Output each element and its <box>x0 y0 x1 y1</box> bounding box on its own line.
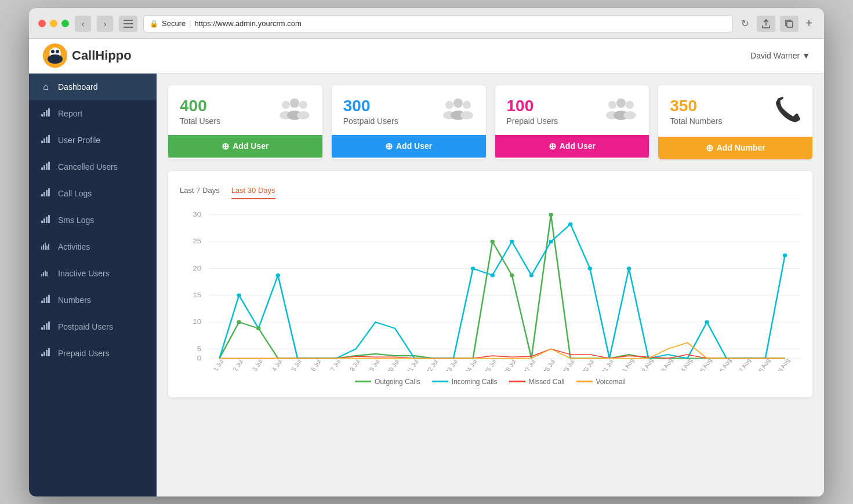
svg-rect-13 <box>41 141 43 143</box>
svg-point-7 <box>56 50 59 53</box>
add-user-total-button[interactable]: ⊕ Add User <box>168 135 322 158</box>
svg-point-56 <box>445 101 453 109</box>
svg-rect-45 <box>48 322 50 330</box>
sidebar-item-report[interactable]: Report <box>29 100 157 127</box>
legend-voicemail: Voicemail <box>576 378 626 386</box>
duplicate-button[interactable] <box>780 16 798 32</box>
numbers-icon <box>41 295 51 305</box>
svg-rect-47 <box>43 352 45 356</box>
main-content: 400 Total Users <box>157 74 824 496</box>
close-button[interactable] <box>38 20 46 27</box>
tab-30days[interactable]: Last 30 Days <box>231 182 275 199</box>
card-info-postpaid: 300 Postpaid Users <box>343 97 398 126</box>
svg-text:06 Aug: 06 Aug <box>717 357 733 371</box>
svg-rect-25 <box>41 221 43 223</box>
cards-row: 400 Total Users <box>168 85 812 159</box>
svg-point-126 <box>627 266 631 270</box>
forward-button[interactable]: › <box>97 16 113 32</box>
svg-text:02 Aug: 02 Aug <box>638 357 655 371</box>
app-header: CallHippo David Warner ▼ <box>29 39 824 74</box>
sidebar-label-sms-logs: Sms Logs <box>58 216 94 225</box>
svg-point-113 <box>256 326 260 330</box>
svg-point-61 <box>460 111 473 119</box>
sidebar-item-inactive-users[interactable]: Inactive Users <box>29 260 157 287</box>
svg-point-52 <box>299 101 307 109</box>
inactive-users-icon <box>41 268 51 279</box>
svg-rect-28 <box>48 215 50 223</box>
svg-text:29 Jul: 29 Jul <box>561 359 576 371</box>
prepaid-users-icon <box>605 97 637 125</box>
svg-rect-1 <box>124 23 133 24</box>
share-button[interactable] <box>757 16 775 32</box>
report-icon <box>41 108 51 119</box>
browser-chrome: ‹ › 🔒 Secure | https://www.admin.yourcrm… <box>29 8 824 39</box>
svg-point-116 <box>549 213 553 216</box>
svg-rect-27 <box>46 217 48 223</box>
svg-rect-49 <box>48 348 50 356</box>
chart-tabs: Last 7 Days Last 30 Days <box>180 182 801 199</box>
sidebar-toggle-button[interactable] <box>119 16 137 32</box>
sms-logs-icon <box>41 215 51 225</box>
svg-rect-19 <box>46 163 48 170</box>
sidebar-item-numbers[interactable]: Numbers <box>29 287 157 313</box>
svg-point-55 <box>297 111 310 119</box>
svg-rect-44 <box>46 323 48 330</box>
svg-rect-3 <box>787 21 793 27</box>
sidebar-item-call-logs[interactable]: Call Logs <box>29 180 157 207</box>
sidebar-item-activities[interactable]: Activities <box>29 233 157 260</box>
svg-point-117 <box>237 293 241 297</box>
sidebar-item-user-profile[interactable]: User Profile <box>29 127 157 154</box>
svg-text:15 Jul: 15 Jul <box>288 359 303 371</box>
svg-text:22 Jul: 22 Jul <box>425 359 440 371</box>
svg-rect-48 <box>46 350 48 356</box>
secure-label: Secure <box>162 19 186 28</box>
card-total-users: 400 Total Users <box>168 85 322 159</box>
add-user-postpaid-label: Add User <box>396 141 432 151</box>
svg-text:30 Jul: 30 Jul <box>581 359 596 371</box>
maximize-button[interactable] <box>61 20 69 27</box>
svg-text:13 Jul: 13 Jul <box>249 359 264 371</box>
svg-rect-41 <box>48 295 50 303</box>
svg-rect-38 <box>41 301 43 303</box>
tab-7days[interactable]: Last 7 Days <box>180 182 220 199</box>
sidebar-item-postpaid-users[interactable]: Postpaid Users <box>29 313 157 340</box>
user-menu[interactable]: David Warner ▼ <box>750 51 810 60</box>
logo-text: CallHippo <box>72 48 132 63</box>
svg-text:04 Aug: 04 Aug <box>677 357 694 371</box>
traffic-lights <box>38 20 69 27</box>
legend-voicemail-color <box>576 381 593 382</box>
svg-point-123 <box>549 239 553 243</box>
sidebar-item-dashboard[interactable]: ⌂ Dashboard <box>29 74 157 100</box>
add-user-postpaid-button[interactable]: ⊕ Add User <box>332 135 486 158</box>
sidebar-item-cancelled-users[interactable]: Cancelled Users <box>29 154 157 180</box>
sidebar-label-inactive-users: Inactive Users <box>58 269 110 278</box>
add-user-prepaid-button[interactable]: ⊕ Add User <box>495 135 649 158</box>
minimize-button[interactable] <box>50 20 57 27</box>
cancelled-users-icon <box>41 162 51 172</box>
svg-rect-40 <box>46 297 48 303</box>
legend-voicemail-label: Voicemail <box>596 378 626 386</box>
back-button[interactable]: ‹ <box>75 16 91 32</box>
svg-point-63 <box>616 98 626 108</box>
svg-point-114 <box>491 239 495 243</box>
card-top-total-users: 400 Total Users <box>180 97 311 126</box>
sidebar-item-prepaid-users[interactable]: Prepaid Users <box>29 340 157 367</box>
svg-rect-26 <box>43 218 45 223</box>
svg-text:5: 5 <box>197 344 202 352</box>
legend-outgoing-color <box>355 381 371 382</box>
svg-rect-43 <box>43 325 45 330</box>
sidebar-item-sms-logs[interactable]: Sms Logs <box>29 207 157 233</box>
svg-rect-22 <box>43 192 45 196</box>
refresh-button[interactable]: ↻ <box>739 16 751 31</box>
total-users-number: 400 <box>180 97 220 115</box>
svg-text:12 Jul: 12 Jul <box>230 359 244 371</box>
svg-text:15: 15 <box>193 290 201 298</box>
svg-rect-11 <box>46 110 48 116</box>
address-bar[interactable]: 🔒 Secure | https://www.admin.yourcrm.com <box>143 15 733 32</box>
add-number-button[interactable]: ⊕ Add Number <box>658 137 812 159</box>
sidebar-label-postpaid-users: Postpaid Users <box>58 322 113 331</box>
svg-rect-29 <box>41 246 42 250</box>
svg-rect-17 <box>41 167 43 170</box>
new-tab-button[interactable]: + <box>803 16 815 32</box>
chart-area: 30 25 20 15 10 5 0 11 Jul 12 Jul 13 J <box>180 209 801 371</box>
